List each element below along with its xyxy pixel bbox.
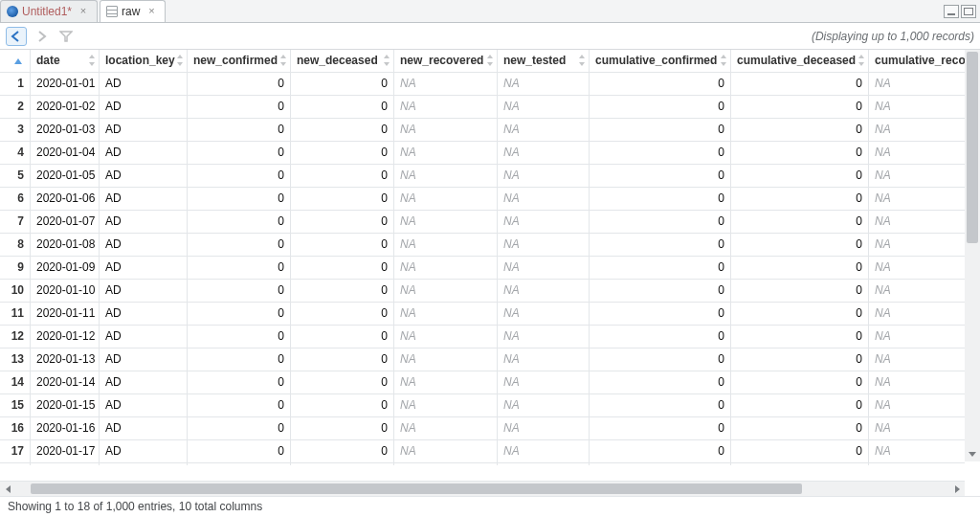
cell-cumulative_recovered[interactable]: NA bbox=[869, 119, 965, 142]
cell-location_key[interactable]: AD bbox=[100, 119, 188, 142]
cell-cumulative_confirmed[interactable]: 0 bbox=[590, 211, 731, 234]
cell-cumulative_recovered[interactable]: NA bbox=[869, 371, 965, 394]
cell-date[interactable]: 2020-01-10 bbox=[31, 280, 100, 303]
cell-date[interactable]: 2020-01-06 bbox=[31, 188, 100, 211]
cell-date[interactable]: 2020-01-12 bbox=[31, 326, 100, 348]
cell-cumulative_recovered[interactable]: NA bbox=[869, 440, 965, 463]
column-header-cumulative_deceased[interactable]: cumulative_deceased bbox=[731, 50, 869, 73]
cell-new_recovered[interactable]: NA bbox=[394, 417, 498, 440]
cell-cumulative_deceased[interactable]: 0 bbox=[731, 165, 869, 188]
cell-cumulative_confirmed[interactable]: 0 bbox=[590, 394, 731, 417]
sort-handle-icon[interactable] bbox=[577, 55, 587, 66]
cell-new_deceased[interactable]: 0 bbox=[291, 280, 394, 303]
cell-location_key[interactable]: AD bbox=[100, 348, 188, 371]
cell-new_deceased[interactable]: 0 bbox=[291, 257, 394, 280]
cell-cumulative_recovered[interactable]: NA bbox=[869, 234, 965, 257]
cell-new_confirmed[interactable]: 0 bbox=[188, 440, 291, 463]
cell-new_tested[interactable]: NA bbox=[498, 303, 590, 326]
cell-new_tested[interactable]: NA bbox=[498, 211, 590, 234]
cell-cumulative_confirmed[interactable]: 0 bbox=[590, 371, 731, 394]
cell-cumulative_deceased[interactable]: 0 bbox=[731, 394, 869, 417]
cell-new_recovered[interactable]: NA bbox=[394, 326, 498, 348]
cell-cumulative_recovered[interactable]: NA bbox=[869, 211, 965, 234]
cell-new_confirmed[interactable]: 0 bbox=[188, 119, 291, 142]
cell-cumulative_confirmed[interactable]: 0 bbox=[590, 440, 731, 463]
cell-new_deceased[interactable]: 0 bbox=[291, 165, 394, 188]
cell-cumulative_confirmed[interactable]: 0 bbox=[590, 463, 731, 465]
cell-new_confirmed[interactable]: 0 bbox=[188, 280, 291, 303]
cell-new_recovered[interactable]: NA bbox=[394, 142, 498, 165]
cell-cumulative_deceased[interactable]: 0 bbox=[731, 142, 869, 165]
cell-cumulative_recovered[interactable]: NA bbox=[869, 73, 965, 96]
cell-date[interactable]: 2020-01-05 bbox=[31, 165, 100, 188]
column-header-new_confirmed[interactable]: new_confirmed bbox=[188, 50, 291, 73]
cell-new_tested[interactable]: NA bbox=[498, 96, 590, 119]
cell-location_key[interactable]: AD bbox=[100, 417, 188, 440]
forward-button[interactable] bbox=[31, 27, 52, 46]
cell-new_tested[interactable]: NA bbox=[498, 440, 590, 463]
cell-location_key[interactable]: AD bbox=[100, 257, 188, 280]
scroll-left-button[interactable] bbox=[0, 482, 15, 496]
cell-new_deceased[interactable]: 0 bbox=[291, 119, 394, 142]
cell-cumulative_confirmed[interactable]: 0 bbox=[590, 257, 731, 280]
cell-cumulative_confirmed[interactable]: 0 bbox=[590, 348, 731, 371]
cell-new_recovered[interactable]: NA bbox=[394, 234, 498, 257]
cell-date[interactable]: 2020-01-04 bbox=[31, 142, 100, 165]
cell-new_tested[interactable]: NA bbox=[498, 417, 590, 440]
tab-untitled[interactable]: Untitled1* × bbox=[0, 0, 98, 22]
cell-new_confirmed[interactable]: 0 bbox=[188, 211, 291, 234]
close-icon[interactable]: × bbox=[145, 6, 157, 17]
cell-cumulative_recovered[interactable]: NA bbox=[869, 96, 965, 119]
cell-cumulative_recovered[interactable]: NA bbox=[869, 417, 965, 440]
scroll-thumb[interactable] bbox=[967, 52, 978, 243]
cell-new_recovered[interactable]: NA bbox=[394, 165, 498, 188]
cell-new_confirmed[interactable]: 0 bbox=[188, 303, 291, 326]
column-header-new_tested[interactable]: new_tested bbox=[498, 50, 590, 73]
cell-new_deceased[interactable]: 0 bbox=[291, 326, 394, 348]
cell-new_confirmed[interactable]: 0 bbox=[188, 394, 291, 417]
cell-cumulative_deceased[interactable]: 0 bbox=[731, 326, 869, 348]
cell-date[interactable]: 2020-01-09 bbox=[31, 257, 100, 280]
sort-handle-icon[interactable] bbox=[719, 55, 728, 66]
column-header-new_deceased[interactable]: new_deceased bbox=[291, 50, 394, 73]
cell-new_confirmed[interactable]: 0 bbox=[188, 463, 291, 465]
cell-new_confirmed[interactable]: 0 bbox=[188, 371, 291, 394]
cell-cumulative_confirmed[interactable]: 0 bbox=[590, 96, 731, 119]
column-header-location_key[interactable]: location_key bbox=[100, 50, 188, 73]
cell-cumulative_deceased[interactable]: 0 bbox=[731, 417, 869, 440]
cell-cumulative_confirmed[interactable]: 0 bbox=[590, 280, 731, 303]
cell-cumulative_deceased[interactable]: 0 bbox=[731, 303, 869, 326]
tab-raw[interactable]: raw × bbox=[100, 0, 166, 22]
cell-new_recovered[interactable]: NA bbox=[394, 463, 498, 465]
cell-cumulative_recovered[interactable]: NA bbox=[869, 326, 965, 348]
cell-cumulative_deceased[interactable]: 0 bbox=[731, 257, 869, 280]
column-header-cumulative_confirmed[interactable]: cumulative_confirmed bbox=[590, 50, 731, 73]
cell-location_key[interactable]: AD bbox=[100, 440, 188, 463]
cell-new_tested[interactable]: NA bbox=[498, 463, 590, 465]
cell-cumulative_recovered[interactable]: NA bbox=[869, 165, 965, 188]
cell-date[interactable]: 2020-01-08 bbox=[31, 234, 100, 257]
cell-cumulative_recovered[interactable]: NA bbox=[869, 348, 965, 371]
column-header-cumulative_recovered[interactable]: cumulative_recovered bbox=[869, 50, 965, 73]
cell-date[interactable]: 2020-01-18 bbox=[31, 463, 100, 465]
sort-handle-icon[interactable] bbox=[175, 55, 185, 66]
cell-cumulative_deceased[interactable]: 0 bbox=[731, 440, 869, 463]
cell-new_deceased[interactable]: 0 bbox=[291, 188, 394, 211]
scroll-right-button[interactable] bbox=[949, 482, 965, 496]
cell-new_tested[interactable]: NA bbox=[498, 73, 590, 96]
vertical-scrollbar[interactable] bbox=[965, 50, 980, 461]
sort-handle-icon[interactable] bbox=[857, 55, 866, 66]
cell-location_key[interactable]: AD bbox=[100, 280, 188, 303]
cell-cumulative_confirmed[interactable]: 0 bbox=[590, 188, 731, 211]
cell-new_confirmed[interactable]: 0 bbox=[188, 165, 291, 188]
cell-cumulative_deceased[interactable]: 0 bbox=[731, 188, 869, 211]
cell-date[interactable]: 2020-01-02 bbox=[31, 96, 100, 119]
cell-new_recovered[interactable]: NA bbox=[394, 440, 498, 463]
cell-location_key[interactable]: AD bbox=[100, 394, 188, 417]
cell-new_tested[interactable]: NA bbox=[498, 234, 590, 257]
cell-location_key[interactable]: AD bbox=[100, 188, 188, 211]
cell-new_confirmed[interactable]: 0 bbox=[188, 326, 291, 348]
cell-date[interactable]: 2020-01-11 bbox=[31, 303, 100, 326]
cell-cumulative_confirmed[interactable]: 0 bbox=[590, 234, 731, 257]
cell-cumulative_deceased[interactable]: 0 bbox=[731, 96, 869, 119]
